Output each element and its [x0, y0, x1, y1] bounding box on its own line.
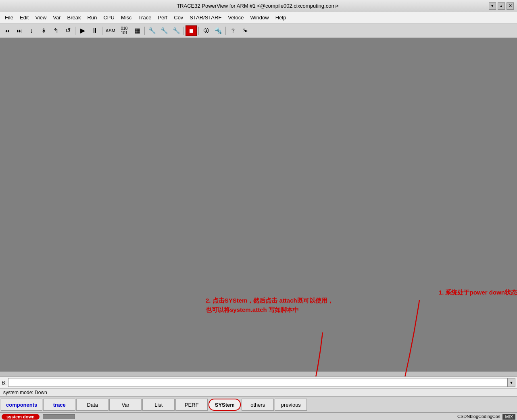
menu-trace[interactable]: Trace — [135, 13, 155, 22]
menu-cov[interactable]: Cov — [171, 13, 186, 22]
mix-badge: MIX — [502, 414, 515, 420]
menu-break[interactable]: Break — [64, 13, 84, 22]
menu-star[interactable]: STAR/STARF — [186, 13, 225, 22]
bottom-strip: system down CSDNblogCodingCos MIX — [0, 413, 517, 420]
status-right: CSDNblogCodingCos MIX — [457, 414, 515, 420]
command-bar: B: ▼ — [0, 376, 517, 389]
toolbar-help2[interactable]: ?▸ — [240, 25, 251, 36]
minimize-button[interactable]: ▾ — [489, 2, 496, 10]
command-label: B: — [2, 380, 6, 386]
toolbar-sep-5 — [198, 27, 199, 35]
menu-cpu[interactable]: CPU — [100, 13, 117, 22]
menu-run[interactable]: Run — [84, 13, 100, 22]
toolbar-sep-6 — [225, 27, 226, 35]
tab-bar: components trace Data Var List PERF SYSt… — [0, 397, 517, 413]
close-button[interactable]: ✕ — [507, 2, 514, 10]
command-input[interactable] — [8, 378, 507, 387]
toolbar-info[interactable]: 🛈 — [200, 25, 212, 36]
menu-help[interactable]: Help — [272, 13, 290, 22]
restore-button[interactable]: ▴ — [498, 2, 505, 10]
tab-list[interactable]: List — [142, 399, 175, 411]
toolbar-step-up[interactable]: ⏭ — [14, 25, 25, 36]
title-bar: TRACE32 PowerView for ARM #1 <@compile00… — [0, 0, 517, 12]
menu-file[interactable]: File — [2, 13, 17, 22]
toolbar-cpu1[interactable]: 🔧 — [146, 25, 158, 36]
toolbar-sep-4 — [183, 27, 184, 35]
menu-perf[interactable]: Perf — [154, 13, 171, 22]
toolbar-wrench[interactable]: 🔩 — [213, 25, 224, 36]
toolbar-010101[interactable]: 010101 — [118, 25, 131, 36]
tab-perf[interactable]: PERF — [175, 399, 208, 411]
toolbar-stop[interactable]: ⏹ — [186, 25, 197, 36]
toolbar-run[interactable]: ▶ — [77, 25, 88, 36]
menu-misc[interactable]: Misc — [118, 13, 135, 22]
window-title: TRACE32 PowerView for ARM #1 <@compile00… — [27, 3, 488, 9]
tab-system[interactable]: SYStem — [208, 399, 241, 411]
csdn-label: CSDNblogCodingCos — [457, 414, 500, 420]
tab-others[interactable]: others — [242, 399, 274, 411]
toolbar-misc3[interactable]: ▦ — [131, 25, 143, 36]
status-bar: system mode: Down — [0, 389, 517, 397]
menu-var[interactable]: Var — [50, 13, 64, 22]
tab-data[interactable]: Data — [76, 399, 108, 411]
system-down-badge: system down — [2, 414, 40, 420]
toolbar: ⏮ ⏭ ↓ ↡ ↰ ↺ ▶ ⏸ ASM 010101 ▦ 🔧 🔧 🔧 ⏹ 🛈 🔩… — [0, 23, 517, 38]
toolbar-asm[interactable]: ASM — [104, 25, 117, 36]
status-text: system mode: Down — [3, 390, 47, 395]
toolbar-reset[interactable]: ⏮ — [2, 25, 13, 36]
menu-edit[interactable]: Edit — [17, 13, 32, 22]
toolbar-help[interactable]: ? — [227, 25, 239, 36]
menu-window[interactable]: Window — [247, 13, 272, 22]
toolbar-sep-3 — [144, 27, 145, 35]
toolbar-step-back[interactable]: ↰ — [50, 25, 61, 36]
toolbar-cpu3[interactable]: 🔧 — [171, 25, 182, 36]
workspace — [0, 38, 517, 372]
toolbar-pause[interactable]: ⏸ — [89, 25, 100, 36]
toolbar-step-over[interactable]: ↡ — [38, 25, 49, 36]
toolbar-step-into[interactable]: ↓ — [26, 25, 37, 36]
menu-veloce[interactable]: Veloce — [225, 13, 247, 22]
menu-bar: File Edit View Var Break Run CPU Misc Tr… — [0, 12, 517, 23]
toolbar-cpu2[interactable]: 🔧 — [158, 25, 170, 36]
toolbar-sep-2 — [102, 27, 102, 35]
command-dropdown[interactable]: ▼ — [507, 378, 515, 387]
tab-previous[interactable]: previous — [275, 399, 307, 411]
tab-trace[interactable]: trace — [43, 399, 75, 411]
menu-view[interactable]: View — [32, 13, 50, 22]
toolbar-reload[interactable]: ↺ — [62, 25, 73, 36]
tab-components[interactable]: components — [1, 399, 42, 411]
toolbar-sep-1 — [75, 27, 75, 35]
tab-var[interactable]: Var — [109, 399, 142, 411]
